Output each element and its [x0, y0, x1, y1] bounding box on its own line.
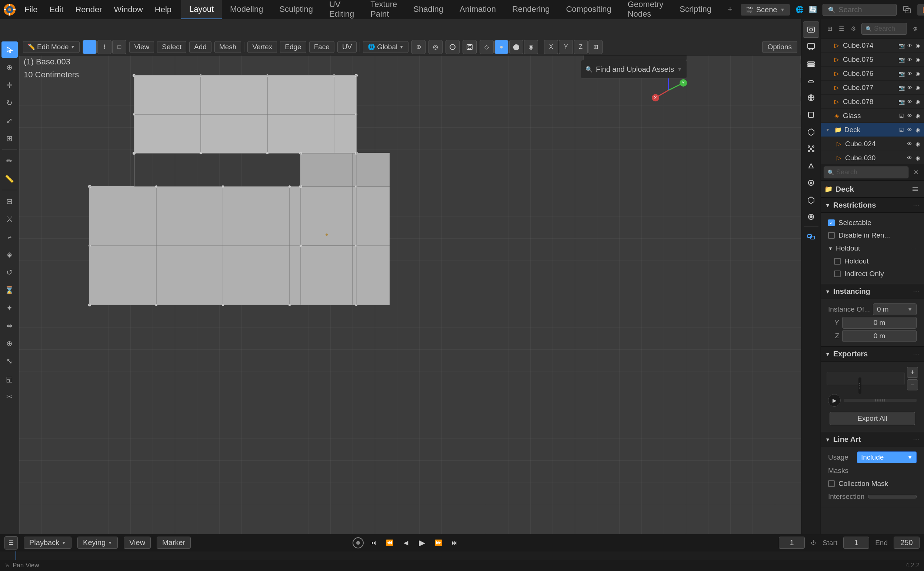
props-collection-icon[interactable] [803, 228, 819, 245]
gizmo-toggle-3[interactable]: Z [574, 40, 588, 54]
spin-tool[interactable]: ↺ [2, 264, 18, 281]
timeline-menu-icon[interactable]: ☰ [5, 536, 18, 549]
exporters-section-header[interactable]: ▼ Exporters ··· [821, 347, 924, 361]
vis-select-075[interactable]: ◉ [915, 57, 921, 63]
wireframe-mode[interactable]: ◇ [480, 40, 494, 54]
props-scene-icon[interactable] [803, 73, 819, 89]
view-menu[interactable]: View [129, 41, 154, 53]
usage-select[interactable]: Include ▼ [857, 451, 916, 463]
props-object-icon[interactable] [803, 106, 819, 123]
main-viewport[interactable]: Top Orthographic (1) Base.003 10 Centime… [19, 39, 820, 534]
playback-menu[interactable]: Playback ▼ [24, 537, 71, 549]
knife-tool[interactable]: ⚔ [2, 211, 18, 227]
collapse-deck-icon[interactable]: ▼ [823, 127, 832, 133]
edge-slide-tool[interactable]: ⇔ [2, 318, 18, 334]
instance-y-value[interactable]: 0 m [842, 317, 916, 329]
jump-to-end-btn[interactable]: ⏭ [448, 536, 461, 549]
randomize-tool[interactable]: ✦ [2, 300, 18, 316]
material-preview-mode[interactable]: ⬤ [509, 40, 523, 54]
outliner-item-cube024[interactable]: ▷ Cube.024 👁 ◉ [821, 137, 924, 151]
outliner-item-cube078[interactable]: ▷ Cube.078 📷 👁 ◉ [821, 95, 924, 109]
transform-tool[interactable]: ⊞ [2, 130, 18, 147]
snap-toggle[interactable]: ⊕ [412, 40, 426, 54]
menu-window[interactable]: Window [108, 3, 149, 17]
exporters-remove-btn[interactable]: − [907, 379, 918, 390]
tab-shading[interactable]: Shading [405, 0, 452, 19]
gizmo-toggle-1[interactable]: X [544, 40, 558, 54]
poly-build-tool[interactable]: ◈ [2, 247, 18, 263]
vis-camera-076[interactable]: 📷 [898, 71, 905, 77]
holdout-checkbox[interactable] [834, 258, 841, 265]
outliner-item-cube030[interactable]: ▷ Cube.030 👁 ◉ [821, 151, 924, 164]
outliner-item-cube077[interactable]: ▷ Cube.077 📷 👁 ◉ [821, 81, 924, 95]
props-particles-icon[interactable] [803, 140, 819, 157]
find-upload-assets-panel[interactable]: 🔍 Find and Upload Assets ▼ [581, 60, 687, 79]
vis-hide-074[interactable]: 👁 [906, 43, 913, 48]
step-back-btn[interactable]: ⏪ [383, 536, 396, 549]
timeline-view-menu[interactable]: View [124, 537, 151, 549]
viewport-options-btn[interactable]: Options [762, 41, 797, 53]
outliner-item-glass[interactable]: ◈ Glass ☑ 👁 ◉ [821, 109, 924, 123]
instance-z-value[interactable]: 0 m [842, 330, 916, 342]
menu-render[interactable]: Render [69, 3, 108, 17]
edge-menu[interactable]: Edge [280, 41, 306, 53]
tab-texture-paint[interactable]: Texture Paint [362, 0, 405, 19]
vis-hide-024[interactable]: 👁 [906, 141, 913, 147]
record-button[interactable] [353, 537, 364, 548]
props-search-close[interactable]: ✕ [911, 167, 921, 177]
move-tool[interactable]: ✛ [2, 77, 18, 93]
selectable-checkbox[interactable] [828, 219, 835, 226]
add-menu[interactable]: Add [189, 41, 212, 53]
props-modifier-icon[interactable] [803, 123, 819, 140]
vis-camera-077[interactable]: 📷 [898, 85, 905, 91]
indirect-only-checkbox[interactable] [834, 270, 841, 277]
menu-edit[interactable]: Edit [43, 3, 69, 17]
menu-help[interactable]: Help [149, 3, 177, 17]
blender-logo[interactable] [3, 2, 16, 18]
drag-handle[interactable] [859, 378, 873, 380]
outliner-item-deck[interactable]: ▼ 📁 Deck ☑ 👁 ◉ [821, 123, 924, 137]
vis-select-glass[interactable]: ◉ [915, 113, 921, 119]
global-transform[interactable]: 🌐 Global ▼ [363, 41, 409, 53]
vis-select-077[interactable]: ◉ [915, 85, 921, 91]
intersection-value[interactable] [868, 495, 916, 498]
rendered-mode[interactable]: ◉ [524, 40, 538, 54]
end-frame-input[interactable]: 250 [894, 537, 919, 549]
holdout-row-header[interactable]: ▼ Holdout ··· [825, 242, 919, 255]
outliner-item-cube075[interactable]: ▷ Cube.075 📷 👁 ◉ [821, 52, 924, 66]
exporters-add-btn[interactable]: + [907, 367, 918, 378]
tab-animation[interactable]: Animation [452, 0, 504, 19]
mesh-menu[interactable]: Mesh [214, 41, 241, 53]
vis-hide-077[interactable]: 👁 [906, 85, 913, 91]
outliner-icon-1[interactable]: ⊞ [824, 24, 835, 34]
vis-select-030[interactable]: ◉ [915, 155, 921, 161]
overlay-toggle[interactable] [446, 40, 460, 54]
collection-mask-checkbox[interactable] [828, 480, 835, 487]
vis-select-024[interactable]: ◉ [915, 141, 921, 147]
deck-options-icon[interactable] [910, 184, 920, 194]
exporters-play-btn[interactable]: ▶ [828, 394, 841, 407]
props-output-icon[interactable] [803, 39, 819, 55]
vis-hide-076[interactable]: 👁 [906, 71, 913, 77]
vis-hide-glass[interactable]: 👁 [906, 113, 913, 119]
props-object-data-icon[interactable] [803, 192, 819, 208]
outliner-search[interactable]: 🔍 Search [861, 23, 907, 35]
scale-tool[interactable]: ⤢ [2, 113, 18, 129]
face-menu[interactable]: Face [309, 41, 334, 53]
vis-select-076[interactable]: ◉ [915, 71, 921, 77]
tab-rendering[interactable]: Rendering [504, 0, 558, 19]
props-constraints-icon[interactable] [803, 175, 819, 191]
bisect-tool[interactable]: ⌿ [2, 229, 18, 245]
rotate-tool[interactable]: ↻ [2, 95, 18, 111]
edit-mode-selector[interactable]: ✏️ Edit Mode ▼ [23, 41, 80, 53]
vis-camera-078[interactable]: 📷 [898, 99, 905, 105]
tab-compositing[interactable]: Compositing [558, 0, 619, 19]
tab-layout[interactable]: Layout [181, 0, 222, 19]
props-render-icon[interactable] [803, 22, 819, 38]
solid-mode[interactable]: ● [494, 40, 508, 54]
vis-checkbox-glass[interactable]: ☑ [898, 113, 905, 119]
uv-menu[interactable]: UV [337, 41, 357, 53]
current-frame-display[interactable]: 1 [779, 537, 805, 549]
vis-hide-078[interactable]: 👁 [906, 99, 913, 105]
step-forward-btn[interactable]: ⏩ [432, 536, 445, 549]
